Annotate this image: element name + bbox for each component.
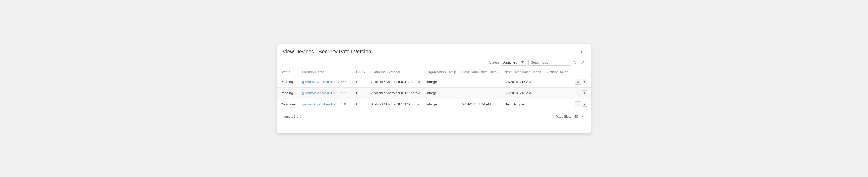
cell-org-group: laforge [423, 98, 459, 110]
footer: Items 1-3 of 3 Page Size: 25 50 75 100 [277, 111, 591, 122]
friendly-name-link[interactable]: g Android Android 8.0.0 AY5X [302, 80, 347, 84]
actions-cell: ▭▼ [575, 101, 587, 107]
col-header-actions [571, 68, 591, 76]
page-size-container: Page Size: 25 50 75 100 [556, 114, 585, 119]
dialog-title: View Devices - Security Patch Version [283, 49, 371, 55]
cell-status: Compliant [277, 98, 299, 110]
friendly-name-link[interactable]: gaurav Android Android 8.1.0 ... [302, 102, 350, 106]
cell-org-group: laforge [423, 76, 459, 87]
cell-friendly-name[interactable]: g Android Android 8.0.0 AY5X [299, 76, 353, 87]
actions-cell: ▭▼ [575, 90, 587, 96]
actions-cell: ▭▼ [575, 79, 587, 85]
cell-actions-taken [544, 87, 571, 98]
export-button[interactable]: ↗ [580, 59, 585, 65]
cell-next-compliance: 3/7/2018 8:15 AM [501, 76, 544, 87]
col-header-platform: Platform/OS/Model [368, 68, 423, 76]
table-container: Status Friendly Name C/E/S Platform/OS/M… [277, 68, 591, 110]
cell-next-compliance: 3/2/2018 5:40 AM [501, 87, 544, 98]
col-header-status: Status [277, 68, 299, 76]
action-icon-button[interactable]: ▭ [575, 90, 581, 96]
cell-action-buttons: ▭▼ [571, 98, 591, 110]
close-button[interactable]: × [579, 49, 585, 55]
cell-last-compliance [459, 87, 501, 98]
action-icon-button[interactable]: ▭ [575, 101, 581, 107]
devices-table: Status Friendly Name C/E/S Platform/OS/M… [277, 68, 591, 110]
action-dropdown-button[interactable]: ▼ [582, 90, 587, 95]
table-header-row: Status Friendly Name C/E/S Platform/OS/M… [277, 68, 591, 76]
cell-last-compliance [459, 76, 501, 87]
col-header-ces: C/E/S [353, 68, 368, 76]
col-header-actions-taken: Actions Taken [544, 68, 571, 76]
cell-platform: Android / Android 8.0.0 / Android [368, 76, 423, 87]
table-row: Pendingg Android Android 8.0.0 AY5XCAndr… [277, 76, 591, 87]
cell-actions-taken [544, 98, 571, 110]
cell-friendly-name[interactable]: gaurav Android Android 8.1.0 ... [299, 98, 353, 110]
status-label: Status [489, 60, 499, 64]
cell-ces: C [353, 87, 368, 98]
search-input[interactable] [528, 59, 570, 66]
cell-ces: C [353, 76, 368, 87]
view-devices-dialog: View Devices - Security Patch Version × … [277, 44, 591, 133]
cell-ces: C [353, 98, 368, 110]
col-header-org-group: Organization Group [423, 68, 459, 76]
cell-action-buttons: ▭▼ [571, 76, 591, 87]
cell-actions-taken [544, 76, 571, 87]
items-count: Items 1-3 of 3 [283, 115, 302, 118]
action-icon-button[interactable]: ▭ [575, 79, 581, 85]
cell-friendly-name[interactable]: g Android Android 9.0.0 0237 [299, 87, 353, 98]
cell-next-compliance: Next Sample [501, 98, 544, 110]
action-dropdown-button[interactable]: ▼ [582, 79, 587, 84]
page-size-label: Page Size: [556, 115, 571, 118]
col-header-friendly-name: Friendly Name [299, 68, 353, 76]
toolbar: Status Assigned Enrolled Unenrolled Pend… [277, 58, 591, 68]
friendly-name-link[interactable]: g Android Android 9.0.0 0237 [302, 91, 346, 95]
col-header-next-compliance: Next Compliance Check [501, 68, 544, 76]
refresh-button[interactable]: ↻ [572, 59, 578, 65]
cell-platform: Android / Android 9.0.0 / Android [368, 87, 423, 98]
status-select[interactable]: Assigned Enrolled Unenrolled Pending [501, 59, 526, 66]
cell-status: Pending [277, 76, 299, 87]
refresh-icon: ↻ [574, 60, 577, 65]
page-size-select[interactable]: 25 50 75 100 [572, 114, 585, 119]
cell-action-buttons: ▭▼ [571, 87, 591, 98]
col-header-last-compliance: Last Compliance Check [459, 68, 501, 76]
cell-status: Pending [277, 87, 299, 98]
cell-last-compliance: 2/14/2018 3:24 AM [459, 98, 501, 110]
table-row: Compliantgaurav Android Android 8.1.0 ..… [277, 98, 591, 110]
dialog-header: View Devices - Security Patch Version × [277, 45, 591, 58]
export-icon: ↗ [581, 60, 584, 65]
action-dropdown-button[interactable]: ▼ [582, 102, 587, 107]
cell-platform: Android / Android 8.1.0 / Android [368, 98, 423, 110]
table-row: Pendingg Android Android 9.0.0 0237CAndr… [277, 87, 591, 98]
cell-org-group: laforge [423, 87, 459, 98]
